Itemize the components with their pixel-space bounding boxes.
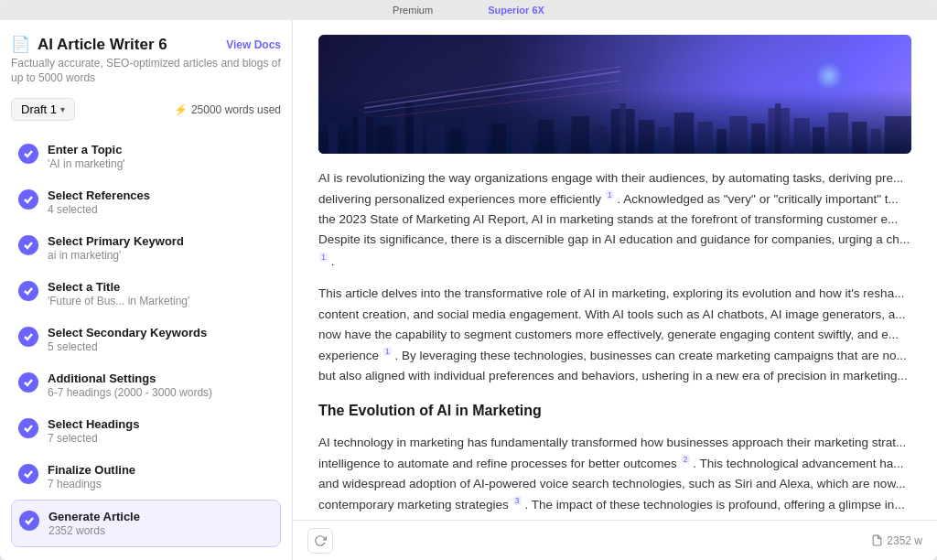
chevron-down-icon: ▾ <box>60 104 65 114</box>
doc-icon: 📄 <box>11 35 30 54</box>
svg-rect-29 <box>828 113 848 154</box>
premium-label: Premium <box>393 5 433 16</box>
intro2b-text: . By leveraging these technologies, busi… <box>318 349 908 382</box>
step-info-title: Select a Title 'Future of Bus... in Mark… <box>48 280 274 307</box>
ref-3: 1 <box>383 347 392 356</box>
view-docs-link[interactable]: View Docs <box>226 38 281 51</box>
word-count: 2352 w <box>871 534 922 547</box>
step-info-secondary-keywords: Select Secondary Keywords 5 selected <box>48 326 274 353</box>
svg-rect-23 <box>729 116 747 154</box>
step-name-primary-keyword: Select Primary Keyword <box>48 234 274 248</box>
step-circle-finalize-outline <box>18 464 38 484</box>
step-item-references[interactable]: Select References 4 selected <box>11 179 281 225</box>
step-item-select-headings[interactable]: Select Headings 7 selected <box>11 408 281 454</box>
step-name-generate-article: Generate Article <box>48 510 273 523</box>
check-icon <box>23 240 34 251</box>
svg-rect-19 <box>659 127 671 154</box>
check-icon <box>23 194 34 205</box>
svg-rect-26 <box>775 103 781 154</box>
svg-line-36 <box>382 90 620 117</box>
svg-rect-28 <box>813 127 824 154</box>
check-icon <box>23 468 34 479</box>
svg-rect-27 <box>793 118 809 154</box>
svg-rect-7 <box>427 122 445 154</box>
svg-rect-31 <box>871 129 881 154</box>
draft-button[interactable]: Draft 1 ▾ <box>11 98 75 121</box>
svg-rect-20 <box>674 113 695 154</box>
article-body: AI is revolutionizing the way organizati… <box>318 168 911 520</box>
step-circle-references <box>18 189 38 210</box>
words-used: ⚡ 25000 words used <box>174 103 281 116</box>
step-name-topic: Enter a Topic <box>48 143 274 156</box>
svg-rect-10 <box>491 124 506 154</box>
hero-image <box>318 35 911 154</box>
check-icon <box>23 285 34 296</box>
step-name-references: Select References <box>48 188 274 202</box>
light-streaks <box>364 53 639 126</box>
svg-rect-1 <box>328 122 339 154</box>
step-sub-select-headings: 7 selected <box>48 432 274 445</box>
step-name-finalize-outline: Finalize Outline <box>48 463 274 477</box>
document-icon <box>871 534 883 546</box>
step-sub-references: 4 selected <box>48 203 274 216</box>
step-sub-secondary-keywords: 5 selected <box>48 340 274 353</box>
step-circle-topic <box>18 144 38 164</box>
dot-1: . <box>331 253 335 267</box>
section-heading: The Evolution of AI in Marketing <box>318 399 911 423</box>
check-icon <box>24 515 35 526</box>
step-info-topic: Enter a Topic 'AI in marketing' <box>48 143 274 170</box>
step-circle-generate-article <box>19 511 39 531</box>
top-bar: Premium Superior 6X <box>0 0 937 20</box>
step-item-title[interactable]: Select a Title 'Future of Bus... in Mark… <box>11 271 281 317</box>
step-info-select-headings: Select Headings 7 selected <box>48 417 274 445</box>
refresh-icon <box>314 534 327 547</box>
step-item-primary-keyword[interactable]: Select Primary Keyword ai in marketing' <box>11 225 281 271</box>
article-area: AI is revolutionizing the way organizati… <box>293 20 937 560</box>
svg-rect-8 <box>450 129 462 154</box>
draft-row: Draft 1 ▾ ⚡ 25000 words used <box>11 98 281 121</box>
refresh-button[interactable] <box>307 528 333 554</box>
step-item-finalize-outline[interactable]: Finalize Outline 7 headings <box>11 454 281 500</box>
ref-5: 3 <box>513 496 522 505</box>
step-name-select-headings: Select Headings <box>48 417 274 431</box>
step-circle-secondary-keywords <box>18 327 38 347</box>
svg-rect-21 <box>698 122 713 154</box>
step-sub-generate-article: 2352 words <box>48 524 273 537</box>
check-icon <box>23 331 34 342</box>
article-footer: 2352 w <box>293 520 937 560</box>
sidebar-subtitle: Factually accurate, SEO-optimized articl… <box>11 57 281 85</box>
superior-label: Superior 6X <box>488 5 544 16</box>
lightning-icon: ⚡ <box>174 103 188 116</box>
app-container: Premium Superior 6X 📄 AI Article Writer … <box>0 0 937 560</box>
svg-rect-4 <box>378 126 393 154</box>
step-info-generate-article: Generate Article 2352 words <box>48 510 273 537</box>
sidebar-title: 📄 AI Article Writer 6 View Docs <box>11 35 281 54</box>
step-info-additional-settings: Additional Settings 6-7 headings (2000 -… <box>48 372 274 399</box>
step-sub-primary-keyword: ai in marketing' <box>48 249 274 262</box>
ref-4: 2 <box>682 455 690 464</box>
step-sub-finalize-outline: 7 headings <box>48 478 274 490</box>
step-sub-topic: 'AI in marketing' <box>48 157 274 170</box>
step-circle-title <box>18 281 38 301</box>
step-sub-additional-settings: 6-7 headings (2000 - 3000 words) <box>48 386 274 399</box>
step-item-generate-article[interactable]: Generate Article 2352 words <box>11 500 281 547</box>
svg-rect-30 <box>852 122 867 154</box>
svg-rect-22 <box>716 129 727 154</box>
step-item-secondary-keywords[interactable]: Select Secondary Keywords 5 selected <box>11 317 281 362</box>
step-item-topic[interactable]: Enter a Topic 'AI in marketing' <box>11 134 281 179</box>
svg-rect-24 <box>751 124 765 154</box>
step-circle-primary-keyword <box>18 235 38 255</box>
svg-rect-32 <box>885 116 911 154</box>
step-name-additional-settings: Additional Settings <box>48 372 274 385</box>
hero-glow <box>802 48 856 103</box>
step-name-secondary-keywords: Select Secondary Keywords <box>48 326 274 339</box>
step-info-finalize-outline: Finalize Outline 7 headings <box>48 463 274 490</box>
main-content: 📄 AI Article Writer 6 View Docs Factuall… <box>0 20 937 560</box>
step-info-references: Select References 4 selected <box>48 188 274 216</box>
step-sub-title: 'Future of Bus... in Marketing' <box>48 295 274 307</box>
step-item-additional-settings[interactable]: Additional Settings 6-7 headings (2000 -… <box>11 362 281 408</box>
ref-1b: 1 <box>319 253 328 262</box>
check-icon <box>23 423 34 434</box>
check-icon <box>23 148 34 159</box>
step-circle-additional-settings <box>18 372 38 393</box>
